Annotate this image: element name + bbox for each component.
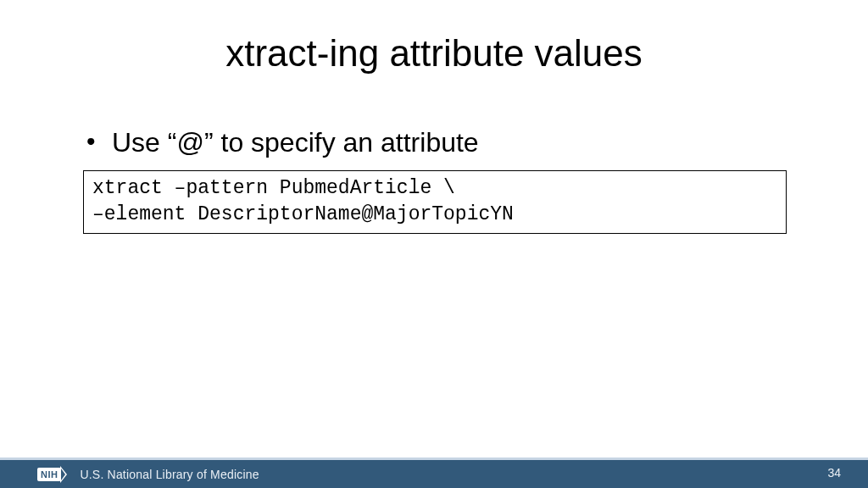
code-block: xtract –pattern PubmedArticle \ –element… <box>83 170 787 234</box>
nih-angle-inner-icon <box>61 469 65 480</box>
page-number: 34 <box>827 458 841 488</box>
code-line-1: xtract –pattern PubmedArticle \ <box>92 177 455 199</box>
nih-logo-text: NIH <box>37 468 61 481</box>
slide-footer: NIH U.S. National Library of Medicine 34 <box>0 458 868 488</box>
slide: xtract-ing attribute values Use “@” to s… <box>0 0 868 488</box>
nih-logo-icon: NIH <box>37 466 71 483</box>
slide-title: xtract-ing attribute values <box>0 32 868 75</box>
bullet-list: Use “@” to specify an attribute <box>83 127 795 158</box>
footer-brand: NIH U.S. National Library of Medicine <box>37 466 259 483</box>
code-line-2: –element DescriptorName@MajorTopicYN <box>92 203 514 225</box>
footer-org-name: U.S. National Library of Medicine <box>80 468 259 481</box>
bullet-item: Use “@” to specify an attribute <box>83 127 795 158</box>
